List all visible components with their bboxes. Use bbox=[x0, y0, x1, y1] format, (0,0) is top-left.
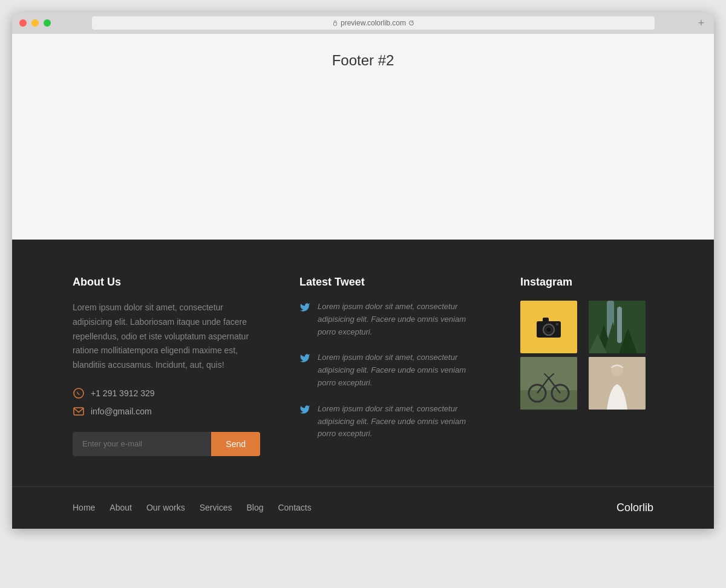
footer-instagram-column: Instagram bbox=[520, 276, 653, 456]
tweet-item-2: Lorem ipsum dolor sit amet, consectetur … bbox=[299, 351, 481, 389]
footer-tweet-column: Latest Tweet Lorem ipsum dolor sit amet,… bbox=[299, 276, 481, 456]
about-title: About Us bbox=[73, 276, 260, 289]
nav-link-services[interactable]: Services bbox=[200, 503, 232, 512]
tweet-item-3: Lorem ipsum dolor sit amet, consectetur … bbox=[299, 403, 481, 440]
motorbike-svg bbox=[520, 357, 577, 410]
url-text: preview.colorlib.com bbox=[341, 19, 406, 27]
twitter-icon-1 bbox=[299, 302, 310, 313]
twitter-icon-3 bbox=[299, 404, 310, 415]
phone-number: +1 291 3912 329 bbox=[91, 388, 155, 398]
lock-icon bbox=[332, 20, 338, 26]
footer-brand: Colorlib bbox=[616, 501, 653, 514]
send-button[interactable]: Send bbox=[211, 432, 260, 456]
footer-nav: Home About Our works Services Blog Conta… bbox=[73, 503, 312, 512]
browser-titlebar: preview.colorlib.com + bbox=[12, 12, 714, 34]
instagram-photo-1[interactable] bbox=[520, 301, 577, 353]
nav-link-about[interactable]: About bbox=[110, 503, 132, 512]
email-icon bbox=[73, 405, 85, 417]
tweet-item-1: Lorem ipsum dolor sit amet, consectetur … bbox=[299, 301, 481, 338]
tweet-text-3: Lorem ipsum dolor sit amet, consectetur … bbox=[318, 403, 481, 440]
svg-point-8 bbox=[556, 323, 558, 325]
close-button[interactable] bbox=[19, 19, 27, 27]
instagram-grid bbox=[520, 301, 653, 410]
address-bar[interactable]: preview.colorlib.com bbox=[92, 16, 655, 30]
footer: About Us Lorem ipsum dolor sit amet, con… bbox=[12, 240, 714, 529]
footer-about-column: About Us Lorem ipsum dolor sit amet, con… bbox=[73, 276, 260, 456]
twitter-icon-2 bbox=[299, 353, 310, 364]
camera-svg bbox=[534, 315, 563, 339]
email-contact: info@gmail.com bbox=[73, 405, 260, 417]
browser-window: preview.colorlib.com + Footer #2 About U… bbox=[12, 12, 714, 529]
phone-contact: +1 291 3912 329 bbox=[73, 387, 260, 399]
instagram-photo-3[interactable] bbox=[520, 357, 577, 410]
maximize-button[interactable] bbox=[44, 19, 51, 27]
email-address: info@gmail.com bbox=[91, 407, 152, 416]
email-input[interactable] bbox=[73, 432, 211, 456]
nav-link-home[interactable]: Home bbox=[73, 503, 95, 512]
about-description: Lorem ipsum dolor sit amet, consectetur … bbox=[73, 301, 260, 373]
phone-icon bbox=[73, 387, 85, 399]
bride-svg bbox=[589, 357, 646, 410]
svg-rect-0 bbox=[333, 22, 336, 25]
page-title: Footer #2 bbox=[332, 52, 394, 69]
nav-link-blog[interactable]: Blog bbox=[246, 503, 263, 512]
footer-bottom: Home About Our works Services Blog Conta… bbox=[12, 486, 714, 529]
nav-link-contacts[interactable]: Contacts bbox=[278, 503, 311, 512]
email-subscribe-form: Send bbox=[73, 432, 260, 456]
instagram-photo-4[interactable] bbox=[589, 357, 646, 410]
instagram-title: Instagram bbox=[520, 276, 653, 289]
tweet-text-1: Lorem ipsum dolor sit amet, consectetur … bbox=[318, 301, 481, 338]
svg-point-6 bbox=[547, 327, 551, 332]
footer-main-columns: About Us Lorem ipsum dolor sit amet, con… bbox=[12, 276, 714, 456]
tweet-text-2: Lorem ipsum dolor sit amet, consectetur … bbox=[318, 351, 481, 389]
instagram-photo-2[interactable] bbox=[589, 301, 646, 353]
new-tab-button[interactable]: + bbox=[696, 18, 707, 28]
nav-link-our-works[interactable]: Our works bbox=[146, 503, 185, 512]
svg-rect-7 bbox=[543, 318, 549, 322]
refresh-icon[interactable] bbox=[408, 20, 414, 26]
forest-svg bbox=[589, 301, 646, 353]
svg-point-1 bbox=[74, 388, 83, 398]
tweet-title: Latest Tweet bbox=[299, 276, 481, 289]
page-content-area: Footer #2 bbox=[12, 34, 714, 240]
minimize-button[interactable] bbox=[31, 19, 39, 27]
